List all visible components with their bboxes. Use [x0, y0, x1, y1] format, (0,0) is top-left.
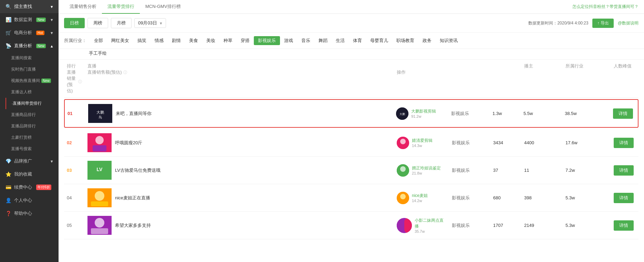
host-name-1[interactable]: 大鹏影视剪辑: [411, 108, 436, 114]
tag-fashion[interactable]: 穿搭: [237, 36, 254, 45]
svg-point-13: [400, 166, 406, 172]
tag-politics[interactable]: 政务: [418, 36, 436, 45]
tag-game[interactable]: 游戏: [280, 36, 297, 45]
sidebar-sub-live-search[interactable]: 直播间搜索: [6, 52, 59, 64]
host-name-4[interactable]: nice麦姐: [412, 193, 428, 199]
sidebar-sub-live-goods-rank[interactable]: · 直播间带货排行: [6, 98, 59, 109]
sidebar-sub-live-product[interactable]: 直播商品排行: [6, 109, 59, 120]
table-row: 05 希望大家多多支持 小影二妹两点直播: [64, 212, 638, 239]
live-badge: New: [36, 44, 46, 48]
tab-mcn-gmv[interactable]: MCN-GMV排行榜: [140, 0, 186, 14]
sales-count-cell-2: 4400: [521, 140, 563, 145]
sidebar-sub-live-video[interactable]: 视频热推直播间 New: [6, 75, 59, 86]
tag-craft[interactable]: 手工手绘: [85, 49, 111, 57]
sidebar-item-help[interactable]: ❓ 帮助中心: [0, 207, 59, 220]
header-rank: 排行: [64, 63, 85, 69]
tab-traffic-sales[interactable]: 流量销售分析: [64, 0, 102, 14]
stream-cell-3: LV LV古驰爱马仕免费送哦: [85, 161, 394, 180]
sidebar-item-brand[interactable]: 💎 品牌推广 ▾: [0, 155, 59, 168]
export-button[interactable]: ↑ 导出: [592, 19, 613, 28]
tag-influencer[interactable]: 网红美女: [107, 36, 133, 45]
sidebar-item-search[interactable]: 🔍 擂主查找 ▾: [0, 0, 59, 13]
svg-text:大鹏: 大鹏: [399, 113, 405, 116]
tag-life[interactable]: 生活: [332, 36, 349, 45]
monitor-badge: New: [36, 18, 46, 22]
host-cell-1: 大鹏 大鹏影视剪辑 91.2w: [393, 107, 448, 120]
tag-entertainment[interactable]: 影视娱乐: [254, 36, 280, 45]
tab-live-goods-rank[interactable]: 流量带货排行: [102, 0, 140, 14]
btn-monthly[interactable]: 月榜: [111, 18, 132, 28]
sidebar-sub-live-brand[interactable]: 直播品牌排行: [6, 120, 59, 132]
sales-amount-cell-3: 7.2w: [563, 168, 611, 173]
video-badge: New: [41, 78, 51, 83]
sidebar-sub-live-hot[interactable]: 实时热门直播: [6, 64, 59, 75]
svg-text:LV: LV: [97, 167, 103, 172]
detail-btn-2[interactable]: 详情: [614, 138, 634, 148]
filter-bar: 日榜 周榜 月榜 09月03日 ▾ 数据更新时间：2020/9/4 4:00:2…: [59, 14, 644, 33]
host-name-5[interactable]: 小影二妹两点直播: [415, 218, 446, 229]
live-submenu: 直播间搜索 实时热门直播 视频热推直播间 New 直播达人榜 · 直播间带货排行…: [0, 52, 59, 155]
tag-grass[interactable]: 种草: [219, 36, 237, 45]
tag-knowledge[interactable]: 知识资讯: [436, 36, 462, 45]
tag-all[interactable]: 全部: [90, 36, 107, 45]
industry-cell-2: 影视娱乐: [449, 140, 490, 146]
stream-cell-4: nice麦姐正在直播: [85, 188, 394, 207]
host-avatar-2: [397, 137, 409, 149]
tag-music[interactable]: 音乐: [297, 36, 314, 45]
host-fans-3: 21.8w: [412, 171, 441, 175]
sidebar-item-favorites[interactable]: ⭐ 我的收藏: [0, 168, 59, 181]
sidebar-item-data-monitor[interactable]: 📊 数据监测 New ▾: [0, 13, 59, 26]
chevron-icon-monitor: ▾: [51, 17, 53, 22]
sidebar-sub-live-rank[interactable]: 直播达人榜: [6, 86, 59, 98]
host-name-2[interactable]: 婧清爱剪辑: [412, 138, 433, 144]
industry-cell-1: 影视娱乐: [448, 111, 490, 117]
detail-btn-4[interactable]: 详情: [614, 193, 634, 203]
tag-beauty[interactable]: 美妆: [202, 36, 219, 45]
detail-btn-3[interactable]: 详情: [614, 165, 634, 176]
sidebar-sub-live-tycoon[interactable]: 土豪打赏榜: [6, 132, 59, 143]
dropdown-arrow-icon: ▾: [160, 21, 162, 26]
tag-food[interactable]: 美食: [185, 36, 202, 45]
detail-btn-1[interactable]: 详情: [613, 108, 633, 119]
host-fans-5: 35.7w: [415, 229, 446, 233]
rank-cell-1: 01: [65, 111, 85, 116]
date-picker[interactable]: 09月03日 ▾: [134, 18, 166, 28]
detail-btn-5[interactable]: 详情: [614, 220, 634, 231]
sidebar-item-renewal[interactable]: 💳 续费中心 年付6折: [0, 181, 59, 194]
header-sales-count: 直播销量(预估)ⓘ: [64, 69, 85, 94]
tag-parenting[interactable]: 母婴育儿: [366, 36, 392, 45]
sidebar-sub-live-host-search[interactable]: 直播号搜索: [6, 143, 59, 155]
ecommerce-badge: Hot: [36, 31, 44, 35]
sidebar-item-live[interactable]: 📡 直播分析 New ▴: [0, 39, 59, 52]
stream-cell-1: 大鹏 鸟 来吧，直播间等你: [85, 104, 393, 123]
tag-drama[interactable]: 剧情: [168, 36, 185, 45]
update-time: 数据更新时间：2020/9/4 4:00:23: [528, 20, 588, 26]
tag-dance[interactable]: 舞蹈: [314, 36, 332, 45]
help-icon: ❓: [6, 211, 11, 216]
stream-cell-5: 希望大家多多支持: [85, 216, 394, 235]
svg-rect-7: [93, 145, 106, 151]
btn-daily[interactable]: 日榜: [64, 18, 85, 28]
brand-icon: 💎: [6, 158, 11, 164]
position-link[interactable]: 怎么定位抖音粉丝？带货直播间可？: [572, 4, 638, 10]
sidebar-item-profile[interactable]: 👤 个人中心: [0, 194, 59, 207]
data-explain-link[interactable]: @数据说明: [618, 20, 638, 26]
tag-sports[interactable]: 体育: [349, 36, 366, 45]
btn-weekly[interactable]: 周榜: [87, 18, 108, 28]
svg-rect-23: [404, 218, 412, 233]
industry-cell-4: 影视娱乐: [449, 195, 490, 201]
sidebar: 🔍 擂主查找 ▾ 📊 数据监测 New ▾ 🛒 电商分析 Hot ▾ 📡 直播分…: [0, 0, 59, 262]
rank-cell-3: 03: [64, 168, 85, 173]
sidebar-item-ecommerce[interactable]: 🛒 电商分析 Hot ▾: [0, 26, 59, 39]
host-name-3[interactable]: 拥正玲姐说鉴定: [412, 165, 441, 171]
table-row: 01 大鹏 鸟 来吧，直播间等你 大鹏 大: [64, 99, 638, 128]
sales-count-cell-5: 2149: [521, 223, 563, 228]
renewal-badge: 年付6折: [36, 185, 51, 190]
tag-funny[interactable]: 搞笑: [133, 36, 150, 45]
host-fans-2: 14.3w: [412, 144, 433, 148]
tag-education[interactable]: 职场教育: [392, 36, 418, 45]
host-avatar-5: [397, 218, 412, 233]
header-sales-amount: 直播销售额(预估)ⓘ: [85, 69, 394, 94]
tag-emotion[interactable]: 情感: [150, 36, 168, 45]
host-fans-4: 14.2w: [412, 199, 428, 203]
